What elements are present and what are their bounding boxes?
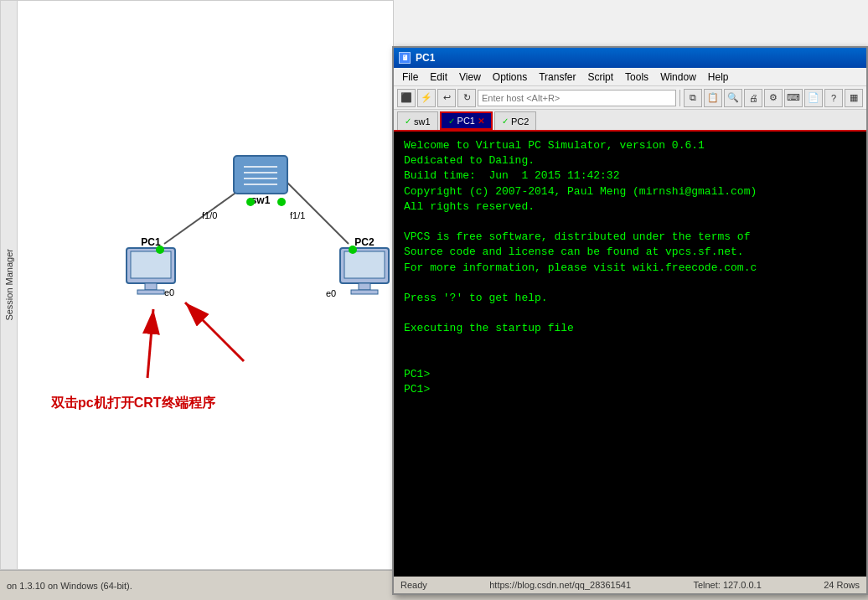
svg-line-20 [147, 309, 153, 378]
terminal-blank-5 [404, 352, 856, 367]
terminal-line-7: Source code and license can be found at … [404, 245, 856, 260]
toolbar-btn-back[interactable]: ↩ [437, 89, 456, 107]
tab-bar: ✓ sw1 ✓ PC1 ✕ ✓ PC2 [394, 110, 866, 132]
bottom-status-text: on 1.3.10 on Windows (64-bit). [7, 581, 132, 591]
session-manager-tab[interactable]: Session Manager [1, 1, 18, 569]
svg-point-18 [349, 246, 357, 254]
tab-pc1-close[interactable]: ✕ [478, 116, 484, 126]
toolbar-btn-extra[interactable]: ▦ [845, 89, 863, 107]
toolbar-btn-print[interactable]: 🖨 [744, 89, 762, 107]
tab-sw1-label: sw1 [414, 116, 431, 127]
tab-pc2-label: PC2 [511, 116, 529, 127]
menu-script[interactable]: Script [582, 70, 618, 85]
toolbar-btn-keymap[interactable]: ⌨ [784, 89, 803, 107]
toolbar-btn-help[interactable]: ? [824, 89, 843, 107]
svg-rect-2 [234, 156, 287, 194]
toolbar-btn-flash[interactable]: ⚡ [417, 89, 436, 107]
menu-transfer[interactable]: Transfer [534, 70, 581, 85]
svg-line-21 [185, 303, 244, 361]
toolbar-btn-paste[interactable]: 📋 [704, 89, 722, 107]
status-url: https://blog.csdn.net/qq_28361541 [489, 580, 631, 590]
toolbar-btn-find[interactable]: 🔍 [724, 89, 742, 107]
terminal-blank-3 [404, 306, 856, 321]
left-panel: Session Manager sw1 f1/0 f1/1 [0, 0, 394, 570]
terminal-line-9: Press '?' to get help. [404, 291, 856, 306]
title-text: PC1 [416, 52, 861, 64]
terminal-line-6: VPCS is free software, distributed under… [404, 230, 856, 245]
svg-rect-11 [145, 283, 157, 290]
terminal-blank-1 [404, 215, 856, 230]
title-bar-icon: 🖥 [399, 52, 411, 64]
terminal-line-11: PC1> [404, 367, 856, 382]
svg-point-7 [246, 198, 255, 206]
tab-sw1-check: ✓ [405, 116, 411, 126]
port-f11-label: f1/1 [290, 210, 305, 220]
title-bar: 🖥 PC1 [394, 48, 866, 68]
tab-pc1-label: PC1 [457, 116, 475, 126]
terminal-line-2: Dedicated to Daling. [404, 153, 856, 168]
terminal-blank-4 [404, 336, 856, 351]
status-ready: Ready [400, 580, 427, 590]
toolbar-btn-settings[interactable]: ⚙ [764, 89, 783, 107]
title-icon-symbol: 🖥 [401, 54, 409, 62]
port-f10-label: f1/0 [202, 210, 217, 220]
toolbar-btn-refresh[interactable]: ↻ [457, 89, 476, 107]
annotation-text: 双击pc机打开CRT终端程序 [51, 395, 215, 412]
terminal-line-8: For more information, please visit wiki.… [404, 261, 856, 276]
terminal-line-4: Copyright (c) 2007-2014, Paul Meng (mirn… [404, 184, 856, 199]
tab-sw1[interactable]: ✓ sw1 [397, 111, 438, 130]
svg-rect-15 [344, 251, 385, 278]
e0-pc1-label: e0 [164, 287, 174, 297]
crt-window: 🖥 PC1 File Edit View Options Transfer Sc… [392, 46, 868, 595]
tab-pc1-check: ✓ [448, 116, 455, 126]
terminal-line-10: Executing the startup file [404, 321, 856, 336]
tab-pc1[interactable]: ✓ PC1 ✕ [440, 111, 493, 130]
terminal-line-3: Build time: Jun 1 2015 11:42:32 [404, 168, 856, 184]
toolbar-btn-log[interactable]: 📄 [804, 89, 823, 107]
menu-tools[interactable]: Tools [620, 70, 654, 85]
menu-bar: File Edit View Options Transfer Script T… [394, 68, 866, 86]
menu-view[interactable]: View [454, 70, 486, 85]
status-telnet: Telnet: 127.0.0.1 [693, 580, 761, 590]
toolbar-btn-copy[interactable]: ⧉ [684, 89, 702, 107]
terminal-blank-2 [404, 276, 856, 291]
terminal-line-12: PC1> [404, 382, 856, 397]
svg-rect-16 [359, 283, 370, 290]
tab-pc2[interactable]: ✓ PC2 [494, 111, 536, 130]
svg-rect-17 [351, 290, 378, 294]
address-bar[interactable] [478, 90, 676, 106]
terminal-line-1: Welcome to Virtual PC Simulator, version… [404, 138, 856, 153]
menu-file[interactable]: File [397, 70, 423, 85]
session-manager-label: Session Manager [4, 249, 14, 321]
toolbar-sep1 [679, 90, 680, 106]
menu-window[interactable]: Window [655, 70, 701, 85]
pc2-label: PC2 [354, 236, 375, 248]
crt-status-bar: Ready https://blog.csdn.net/qq_28361541 … [394, 577, 866, 593]
toolbar: ⬛ ⚡ ↩ ↻ ⧉ 📋 🔍 🖨 ⚙ ⌨ 📄 ? ▦ [394, 86, 866, 110]
terminal-area[interactable]: Welcome to Virtual PC Simulator, version… [394, 132, 866, 577]
e0-pc2-label: e0 [326, 288, 336, 298]
menu-options[interactable]: Options [488, 70, 532, 85]
toolbar-btn-connect[interactable]: ⬛ [397, 89, 416, 107]
svg-rect-12 [137, 290, 164, 294]
menu-edit[interactable]: Edit [425, 70, 452, 85]
status-rows: 24 Rows [824, 580, 860, 590]
terminal-line-5: All rights reserved. [404, 199, 856, 215]
svg-rect-10 [131, 251, 171, 278]
tab-pc2-check: ✓ [502, 116, 509, 126]
svg-point-8 [277, 198, 286, 206]
menu-help[interactable]: Help [703, 70, 734, 85]
svg-point-13 [156, 246, 164, 254]
